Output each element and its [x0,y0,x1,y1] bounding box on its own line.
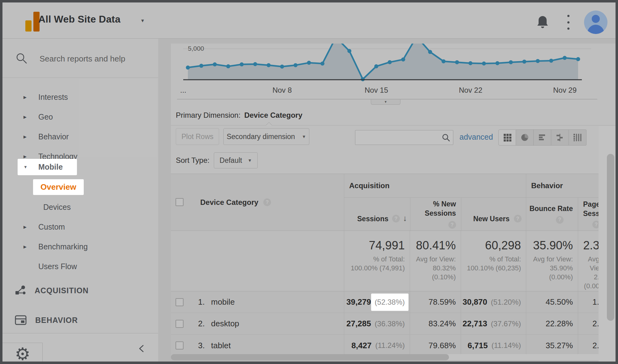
sidebar-item-custom[interactable]: ▶ Custom [2,218,158,236]
cell-new-users: 6,715 (11.14%) [461,335,526,356]
column-device-category[interactable]: Device Category ? [188,174,344,231]
column-bounce-rate[interactable]: Bounce Rate ? [526,198,578,231]
sidebar-footer: ⚙ [2,333,158,362]
behavior-icon [15,315,27,325]
collapse-sidebar-button[interactable] [137,344,146,353]
y-axis-tick: 5,000 [188,45,204,52]
column-sessions[interactable]: Sessions ? ↓ [344,198,410,231]
main-content: 5,000 ... Nov 8 Nov 15 Nov 22 Nov 29 ▼ P… [158,39,616,362]
search-icon[interactable] [442,133,451,142]
group-acquisition: Acquisition Sessions ? ↓ % New Sessions … [344,174,526,231]
account-title[interactable]: All Web Site Data [38,14,121,25]
chart-expand-tab[interactable]: ▼ [371,99,400,105]
x-axis-label: Nov 22 [449,86,492,95]
horizontal-scrollbar-thumb[interactable] [171,354,449,360]
gear-icon[interactable]: ⚙ [15,345,30,362]
row-checkbox[interactable] [176,298,184,306]
table-grid-icon [503,133,512,142]
triangle-right-icon: ▶ [23,134,28,139]
sidebar-item-geo[interactable]: ▶ Geo [2,108,158,126]
cell-new-sessions: 83.24% [410,313,461,334]
triangle-right-icon: ▶ [23,115,28,119]
secondary-dimension-button[interactable]: Secondary dimension ▼ [223,128,309,145]
x-axis-ellipsis: ... [165,86,189,95]
view-pivot-button[interactable] [569,129,586,146]
chevron-down-icon[interactable]: ▼ [140,18,145,23]
cell-bounce-rate: 45.50% [526,291,578,313]
report-card: 5,000 ... Nov 8 Nov 15 Nov 22 Nov 29 ▼ P… [171,44,616,353]
sessions-pct-spotlight: (52.38%) [371,294,408,311]
table-row-mobile[interactable]: 1. mobile 39,279 (52.38%) 78.59% 30,870 … [171,291,601,313]
help-icon[interactable]: ? [556,216,564,224]
help-icon[interactable]: ? [514,215,522,222]
view-percentage-button[interactable] [516,129,534,146]
column-new-sessions[interactable]: % New Sessions ? [410,198,461,231]
sidebar-nav: Search reports and help ▶ Interests ▶ Ge… [2,39,158,336]
column-new-users[interactable]: New Users ? [461,198,526,231]
comparison-icon [555,133,565,142]
x-axis-label: Nov 29 [543,86,586,95]
group-behavior: Behavior Bounce Rate ? Pages Sessi ? [526,174,601,231]
sort-type-dropdown[interactable]: Default ▼ [214,152,258,168]
row-checkbox[interactable] [176,341,184,349]
view-table-button[interactable] [498,129,516,146]
triangle-down-icon: ▼ [23,165,28,169]
summary-new-sessions: 80.41% Avg for View: 80.32% (0.10%) [410,231,461,291]
sidebar-search[interactable]: Search reports and help [2,39,158,78]
table-row-desktop[interactable]: 2. desktop 27,285 (36.38%) 83.24% 22,713… [171,313,601,335]
sidebar-item-behavior[interactable]: ▶ Behavior [2,128,158,146]
sidebar-item-mobile[interactable]: ▼ Mobile [2,158,158,176]
help-icon[interactable]: ? [392,215,400,222]
bar-chart-icon [538,133,547,142]
help-icon[interactable]: ? [263,198,271,206]
column-pages-session[interactable]: Pages Sessi ? [578,198,601,231]
view-comparison-button[interactable] [551,129,569,146]
horizontal-scrollbar-track[interactable] [171,354,602,360]
primary-dimension: Primary Dimension:Device Category [176,111,302,120]
mobile-spotlight: ▼ Mobile [18,159,77,175]
sidebar-item-users-flow[interactable]: ▶ Users Flow [2,257,158,275]
table-search-input[interactable] [357,131,441,144]
cell-sessions: 39,279 (52.38%) [344,291,410,313]
vertical-scrollbar[interactable] [607,154,614,321]
dimension-tab-notch [266,122,272,129]
advanced-search-link[interactable]: advanced [459,133,493,142]
avatar-head [592,15,600,23]
notifications-bell-icon[interactable] [536,14,549,29]
sort-type-row: Sort Type: Default ▼ [176,152,258,168]
cell-sessions: 27,285 (36.38%) [344,313,410,334]
plot-rows-button[interactable]: Plot Rows [176,128,219,145]
top-app-bar: All Web Site Data ▼ [2,2,616,39]
sidebar-item-overview[interactable]: Overview [2,180,158,194]
avatar-body [587,25,604,34]
chevron-left-icon [137,344,146,353]
chevron-down-icon: ▼ [302,134,306,139]
view-performance-button[interactable] [534,129,551,146]
sidebar-item-benchmarking[interactable]: ▶ Benchmarking [2,238,158,256]
table-row-tablet[interactable]: 3. tablet 8,427 (11.24%) 79.68% 6,715 (1… [171,335,601,356]
select-all-checkbox[interactable] [176,198,184,206]
summary-sessions: 74,991 % of Total: 100.00% (74,991) [344,231,410,291]
row-checkbox[interactable] [176,320,184,328]
sidebar-section-acquisition[interactable]: ACQUISITION [2,281,158,299]
triangle-right-icon: ▶ [23,225,28,229]
primary-dimension-value[interactable]: Device Category [244,111,302,119]
summary-bounce-rate: 35.90% Avg for View: 35.90% (0.00%) [526,231,578,291]
pie-chart-icon [520,133,529,142]
sidebar-section-behavior[interactable]: BEHAVIOR [2,311,158,329]
view-toggle-group [498,129,586,146]
summary-new-users: 60,298 % of Total: 100.10% (60,235) [461,231,526,291]
triangle-right-icon: ▶ [23,244,28,249]
sort-descending-icon[interactable]: ↓ [403,214,407,223]
help-icon[interactable]: ? [448,221,456,229]
user-avatar[interactable] [584,11,607,34]
sidebar-item-devices[interactable]: ▶ Devices [2,198,158,216]
sidebar-item-interests[interactable]: ▶ Interests [2,88,158,106]
device-name: tablet [211,341,231,350]
divider [2,78,158,78]
cell-pages-session: 2. [578,313,601,334]
acquisition-icon [15,285,26,296]
more-options-kebab-icon[interactable] [567,15,570,30]
summary-pages-session: 2.3 Avg Vie 2. (0.00 [578,231,601,291]
settings-container: ⚙ [2,343,43,362]
